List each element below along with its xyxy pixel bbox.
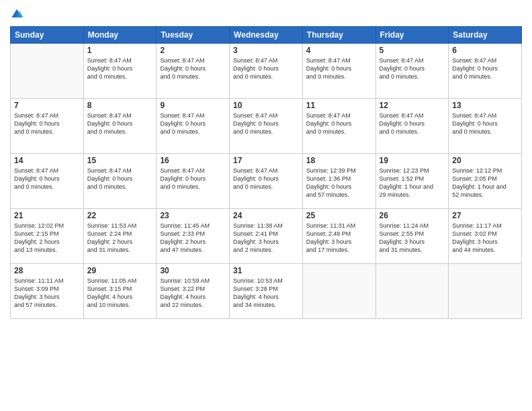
day-info: Sunset: 8:47 AMDaylight: 0 hoursand 0 mi… — [306, 56, 372, 81]
calendar-cell: 18Sunrise: 12:39 PMSunset: 1:36 PMDaylig… — [302, 154, 375, 209]
day-number: 18 — [306, 156, 372, 165]
day-number: 8 — [87, 101, 153, 110]
calendar-cell: 12Sunset: 8:47 AMDaylight: 0 hoursand 0 … — [375, 99, 449, 154]
day-info: Sunrise: 10:53 AMSunset: 3:28 PMDaylight… — [233, 277, 299, 310]
logo-icon — [10, 7, 24, 21]
day-info: Sunrise: 11:11 AMSunset: 3:09 PMDaylight… — [14, 277, 80, 310]
calendar-week-row: 28Sunrise: 11:11 AMSunset: 3:09 PMDaylig… — [11, 264, 522, 319]
calendar-cell — [449, 264, 522, 319]
weekday-header-saturday: Saturday — [449, 27, 522, 44]
calendar-cell: 19Sunrise: 12:23 PMSunset: 1:52 PMDaylig… — [375, 154, 449, 209]
calendar-cell: 30Sunrise: 10:59 AMSunset: 3:22 PMDaylig… — [157, 264, 230, 319]
day-number: 16 — [160, 156, 226, 165]
day-number: 22 — [87, 211, 153, 220]
day-number: 9 — [160, 101, 226, 110]
day-number: 14 — [14, 156, 80, 165]
day-number: 2 — [160, 46, 226, 55]
calendar-cell: 3Sunset: 8:47 AMDaylight: 0 hoursand 0 m… — [230, 44, 303, 99]
day-number: 17 — [233, 156, 299, 165]
calendar-cell: 29Sunrise: 11:05 AMSunset: 3:15 PMDaylig… — [83, 264, 157, 319]
day-number: 29 — [87, 266, 153, 275]
day-info: Sunrise: 11:53 AMSunset: 2:24 PMDaylight… — [87, 222, 153, 255]
day-number: 5 — [380, 46, 445, 55]
calendar-cell: 26Sunrise: 11:24 AMSunset: 2:55 PMDaylig… — [375, 209, 449, 264]
header — [10, 7, 522, 21]
calendar-cell: 11Sunset: 8:47 AMDaylight: 0 hoursand 0 … — [302, 99, 375, 154]
day-number: 11 — [306, 101, 372, 110]
calendar-table: SundayMondayTuesdayWednesdayThursdayFrid… — [10, 26, 522, 319]
calendar-cell: 13Sunset: 8:47 AMDaylight: 0 hoursand 0 … — [449, 99, 522, 154]
day-info: Sunset: 8:47 AMDaylight: 0 hoursand 0 mi… — [233, 111, 299, 136]
day-number: 19 — [380, 156, 445, 165]
weekday-header-monday: Monday — [83, 27, 157, 44]
calendar-cell: 9Sunset: 8:47 AMDaylight: 0 hoursand 0 m… — [157, 99, 230, 154]
day-info: Sunrise: 11:17 AMSunset: 3:02 PMDaylight… — [452, 222, 518, 255]
day-info: Sunset: 8:47 AMDaylight: 0 hoursand 0 mi… — [14, 111, 80, 136]
weekday-header-thursday: Thursday — [302, 27, 375, 44]
calendar-cell: 23Sunrise: 11:45 AMSunset: 2:33 PMDaylig… — [157, 209, 230, 264]
calendar-cell: 22Sunrise: 11:53 AMSunset: 2:24 PMDaylig… — [83, 209, 157, 264]
day-number: 1 — [87, 46, 153, 55]
weekday-header-friday: Friday — [375, 27, 449, 44]
calendar-cell: 17Sunset: 8:47 AMDaylight: 0 hoursand 0 … — [230, 154, 303, 209]
day-number: 26 — [380, 211, 445, 220]
day-info: Sunset: 8:47 AMDaylight: 0 hoursand 0 mi… — [306, 111, 372, 136]
day-info: Sunrise: 10:59 AMSunset: 3:22 PMDaylight… — [160, 277, 226, 310]
calendar-body: 1Sunset: 8:47 AMDaylight: 0 hoursand 0 m… — [11, 44, 522, 319]
day-info: Sunrise: 12:39 PMSunset: 1:36 PMDaylight… — [306, 167, 372, 199]
calendar-cell: 7Sunset: 8:47 AMDaylight: 0 hoursand 0 m… — [11, 99, 84, 154]
day-number: 13 — [452, 101, 518, 110]
calendar-cell: 28Sunrise: 11:11 AMSunset: 3:09 PMDaylig… — [11, 264, 84, 319]
day-info: Sunrise: 12:23 PMSunset: 1:52 PMDaylight… — [380, 167, 445, 199]
page: SundayMondayTuesdayWednesdayThursdayFrid… — [0, 0, 532, 411]
day-info: Sunset: 8:47 AMDaylight: 0 hoursand 0 mi… — [452, 111, 518, 136]
calendar-cell: 31Sunrise: 10:53 AMSunset: 3:28 PMDaylig… — [230, 264, 303, 319]
calendar-header: SundayMondayTuesdayWednesdayThursdayFrid… — [11, 27, 522, 44]
calendar-cell: 14Sunset: 8:47 AMDaylight: 0 hoursand 0 … — [11, 154, 84, 209]
day-info: Sunset: 8:47 AMDaylight: 0 hoursand 0 mi… — [452, 56, 518, 81]
weekday-header-tuesday: Tuesday — [157, 27, 230, 44]
day-number: 10 — [233, 101, 299, 110]
day-info: Sunrise: 11:31 AMSunset: 2:48 PMDaylight… — [306, 222, 372, 255]
calendar-cell: 24Sunrise: 11:38 AMSunset: 2:41 PMDaylig… — [230, 209, 303, 264]
logo — [10, 7, 26, 21]
day-info: Sunset: 8:47 AMDaylight: 0 hoursand 0 mi… — [160, 111, 226, 136]
day-number: 30 — [160, 266, 226, 275]
calendar-cell: 25Sunrise: 11:31 AMSunset: 2:48 PMDaylig… — [302, 209, 375, 264]
day-info: Sunset: 8:47 AMDaylight: 0 hoursand 0 mi… — [160, 56, 226, 81]
day-info: Sunrise: 11:24 AMSunset: 2:55 PMDaylight… — [380, 222, 445, 255]
day-info: Sunrise: 12:12 PMSunset: 2:05 PMDaylight… — [452, 167, 518, 199]
day-number: 23 — [160, 211, 226, 220]
day-number: 15 — [87, 156, 153, 165]
day-info: Sunrise: 11:38 AMSunset: 2:41 PMDaylight… — [233, 222, 299, 255]
calendar-week-row: 7Sunset: 8:47 AMDaylight: 0 hoursand 0 m… — [11, 99, 522, 154]
calendar-week-row: 21Sunrise: 12:02 PMSunset: 2:15 PMDaylig… — [11, 209, 522, 264]
day-number: 27 — [452, 211, 518, 220]
day-number: 7 — [14, 101, 80, 110]
day-number: 28 — [14, 266, 80, 275]
day-number: 4 — [306, 46, 372, 55]
weekday-header-row: SundayMondayTuesdayWednesdayThursdayFrid… — [11, 27, 522, 44]
day-info: Sunset: 8:47 AMDaylight: 0 hoursand 0 mi… — [14, 167, 80, 191]
calendar-cell — [11, 44, 84, 99]
calendar-week-row: 1Sunset: 8:47 AMDaylight: 0 hoursand 0 m… — [11, 44, 522, 99]
calendar-cell: 16Sunset: 8:47 AMDaylight: 0 hoursand 0 … — [157, 154, 230, 209]
day-info: Sunset: 8:47 AMDaylight: 0 hoursand 0 mi… — [87, 56, 153, 81]
day-number: 12 — [380, 101, 445, 110]
calendar-cell: 4Sunset: 8:47 AMDaylight: 0 hoursand 0 m… — [302, 44, 375, 99]
day-info: Sunrise: 11:45 AMSunset: 2:33 PMDaylight… — [160, 222, 226, 255]
day-number: 3 — [233, 46, 299, 55]
calendar-cell: 2Sunset: 8:47 AMDaylight: 0 hoursand 0 m… — [157, 44, 230, 99]
day-number: 31 — [233, 266, 299, 275]
day-info: Sunset: 8:47 AMDaylight: 0 hoursand 0 mi… — [380, 111, 445, 136]
weekday-header-wednesday: Wednesday — [230, 27, 303, 44]
day-info: Sunset: 8:47 AMDaylight: 0 hoursand 0 mi… — [87, 167, 153, 191]
calendar-week-row: 14Sunset: 8:47 AMDaylight: 0 hoursand 0 … — [11, 154, 522, 209]
calendar-cell: 10Sunset: 8:47 AMDaylight: 0 hoursand 0 … — [230, 99, 303, 154]
day-number: 20 — [452, 156, 518, 165]
day-number: 25 — [306, 211, 372, 220]
calendar-cell: 15Sunset: 8:47 AMDaylight: 0 hoursand 0 … — [83, 154, 157, 209]
day-number: 21 — [14, 211, 80, 220]
weekday-header-sunday: Sunday — [11, 27, 84, 44]
calendar-cell — [375, 264, 449, 319]
